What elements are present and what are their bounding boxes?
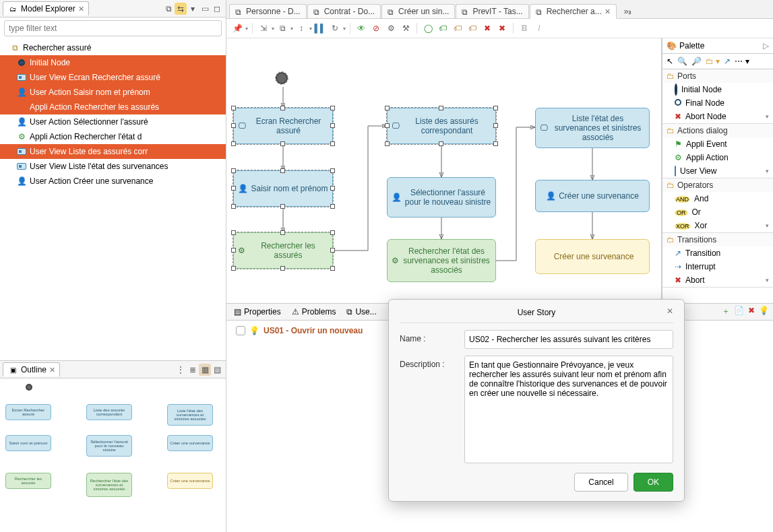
filter-input[interactable]	[4, 20, 222, 36]
tree-item[interactable]: User View Ecran Rechercher assuré	[0, 70, 226, 85]
tree-item[interactable]: 👤User Action Créer une survenance	[0, 174, 226, 189]
palette-item[interactable]: User View▾	[662, 164, 773, 178]
link-icon[interactable]: ↗	[724, 57, 731, 66]
palette-item[interactable]: ⇢Interrupt	[662, 260, 773, 273]
tree-item[interactable]: User View Liste des assurés corr	[0, 144, 226, 159]
checkbox[interactable]	[236, 326, 245, 335]
outline-node[interactable]: Liste des assurés correspondant	[86, 404, 132, 420]
palette-item[interactable]: ANDAnd	[662, 192, 773, 205]
palette-item[interactable]: ↗Transition	[662, 246, 773, 260]
editor-tab[interactable]: ⧉Contrat - Do...	[307, 4, 381, 18]
outline-tab[interactable]: ▣ Outline ✕	[3, 362, 60, 376]
select-icon[interactable]: ⧉	[276, 22, 289, 35]
palette-item[interactable]: Initial Node	[662, 83, 773, 96]
tree-item[interactable]: ⚙Appli Action Rechercher les assurés	[0, 100, 226, 114]
italic-icon[interactable]: I	[532, 22, 546, 35]
palette-section-header[interactable]: 🗀Ports	[662, 69, 773, 83]
bottom-tab[interactable]: ⧉Use...	[342, 305, 381, 319]
maximize-icon[interactable]: ◻	[211, 3, 223, 15]
editor-tab[interactable]: ⧉Personne - D...	[229, 4, 307, 18]
close-icon[interactable]: ✕	[49, 366, 55, 374]
tree-item[interactable]: User View Liste l'état des survenances	[0, 159, 226, 174]
diagram-node[interactable]: 🖵Liste des assurés correspondant	[387, 108, 496, 144]
close-icon[interactable]: ✕	[78, 5, 84, 13]
close-icon[interactable]: ✕	[605, 7, 611, 16]
view-menu-icon[interactable]: ▾	[187, 3, 199, 15]
diagram-node[interactable]: 🖵Ecran Rechercher assuré	[233, 108, 333, 144]
editor-tab[interactable]: ⧉PrevIT - Tas...	[456, 4, 528, 18]
outline-node[interactable]: Créer une survenance	[167, 473, 213, 489]
refresh-icon[interactable]: ↻	[328, 22, 342, 35]
palette-item[interactable]: ⚙Appli Action	[662, 151, 773, 164]
minimize-icon[interactable]: ▭	[199, 3, 211, 15]
hide-icon[interactable]: ⊘	[369, 22, 383, 35]
outline-overview[interactable]: Ecran Rechercher assuréSaisir nom et pré…	[0, 378, 226, 532]
bulb-icon[interactable]: 💡	[759, 306, 769, 317]
palette-item[interactable]: Final Node	[662, 96, 773, 110]
diagram-node[interactable]: 👤Saisir nom et prénom	[233, 170, 333, 207]
tree-item[interactable]: Initial Node	[0, 55, 226, 70]
bold-icon[interactable]: B	[518, 22, 531, 35]
editor-tab[interactable]: ⧉Créer un sin...	[381, 4, 455, 18]
bottom-tab[interactable]: ⚠Problems	[287, 305, 341, 319]
outline-node[interactable]: Saisir nom et prénom	[5, 435, 51, 451]
layer-add-icon[interactable]: ◯	[421, 22, 435, 35]
diagram-node[interactable]: Créer une survenance	[535, 239, 650, 274]
outline-mode2-icon[interactable]: ≣	[187, 364, 199, 376]
link-editor-icon[interactable]: ⇆	[175, 3, 187, 15]
diagram-node[interactable]: ⚙Rechercher les assurés	[233, 232, 333, 269]
diagram-node[interactable]: 🖵Liste l'état des survenances et sinistr…	[535, 108, 650, 148]
label-hide-icon[interactable]: 🏷	[451, 22, 464, 35]
model-explorer-tab[interactable]: 🗂 Model Explorer ✕	[3, 1, 89, 15]
outline-mode1-icon[interactable]: ⋮	[175, 364, 187, 376]
editor-tab[interactable]: ⧉Rechercher a...✕	[530, 4, 617, 19]
chevron-down-icon[interactable]: ▾	[766, 168, 769, 174]
layout-icon[interactable]: ⇲	[257, 22, 270, 35]
initial-node[interactable]	[276, 72, 288, 84]
pin-icon[interactable]: 📌	[230, 22, 244, 35]
model-explorer-tree[interactable]: ⧉Rechercher assuréInitial NodeUser View …	[0, 39, 226, 360]
zoom-out-icon[interactable]: 🔎	[691, 57, 702, 66]
palette-menu-icon[interactable]: ▷	[763, 41, 769, 51]
pointer-icon[interactable]: ↖	[667, 57, 673, 66]
outline-node[interactable]: Ecran Rechercher assuré	[5, 404, 51, 420]
palette-item[interactable]: XORXor▾	[662, 219, 773, 232]
show-icon[interactable]: 👁	[354, 22, 368, 35]
bottom-tab[interactable]: ▤Properties	[229, 305, 286, 319]
chevron-down-icon[interactable]: ▾	[766, 277, 769, 284]
outline-node[interactable]: Rechercher l'état des survenances et sin…	[86, 473, 132, 497]
outline-node[interactable]: Rechercher les assurés	[5, 473, 51, 489]
palette-item[interactable]: ✖Abort▾	[662, 273, 773, 287]
palette-item[interactable]: OROr	[662, 205, 773, 219]
edit-icon[interactable]: 📄	[734, 306, 744, 317]
close-icon[interactable]: ✕	[667, 306, 673, 316]
tree-item[interactable]: 👤User Action Saisir nom et prénom	[0, 85, 226, 100]
align-icon[interactable]: ↕	[295, 22, 308, 35]
zoom-in-icon[interactable]: 🔍	[677, 57, 687, 66]
tree-item[interactable]: ⧉Rechercher assuré	[0, 40, 226, 55]
more-icon[interactable]: ⋯ ▾	[735, 57, 749, 66]
ok-button[interactable]: OK	[633, 473, 673, 492]
diagram-node[interactable]: ⚙Rechercher l'état des survenances et si…	[387, 239, 496, 282]
add-icon[interactable]: ＋	[722, 306, 730, 317]
filters-icon[interactable]: ⚙	[384, 22, 398, 35]
diagram-node[interactable]: 👤Créer une survenance	[535, 180, 650, 212]
remove-icon[interactable]: ✖	[748, 306, 755, 317]
outline-overview-icon[interactable]: ▦	[199, 364, 211, 376]
outline-node[interactable]: Créer une survenance	[167, 435, 213, 451]
more-tabs-icon[interactable]: »₃	[620, 5, 636, 18]
palette-item[interactable]: ⚑Appli Event	[662, 137, 773, 151]
palette-item[interactable]: ✖Abort Node▾	[662, 110, 773, 123]
diagram-canvas[interactable]: 🖵Ecran Rechercher assuré👤Saisir nom et p…	[226, 38, 662, 303]
note-icon[interactable]: 🗀 ▾	[706, 57, 720, 66]
props-icon[interactable]: ⚒	[399, 22, 412, 35]
name-field[interactable]	[464, 330, 673, 349]
chevron-down-icon[interactable]: ▾	[766, 222, 769, 229]
outline-node[interactable]: Sélectionner l'assuré pour le nouveau si…	[86, 435, 132, 457]
label-show-icon[interactable]: 🏷	[436, 22, 450, 35]
description-field[interactable]	[464, 356, 673, 463]
tree-item[interactable]: 👤User Action Sélectionner l'assuré	[0, 114, 226, 129]
collapse-all-icon[interactable]: ⧉	[162, 3, 175, 15]
delete-icon[interactable]: ✖	[481, 22, 494, 35]
diagram-node[interactable]: 👤Sélectionner l'assuré pour le nouveau s…	[387, 177, 496, 218]
